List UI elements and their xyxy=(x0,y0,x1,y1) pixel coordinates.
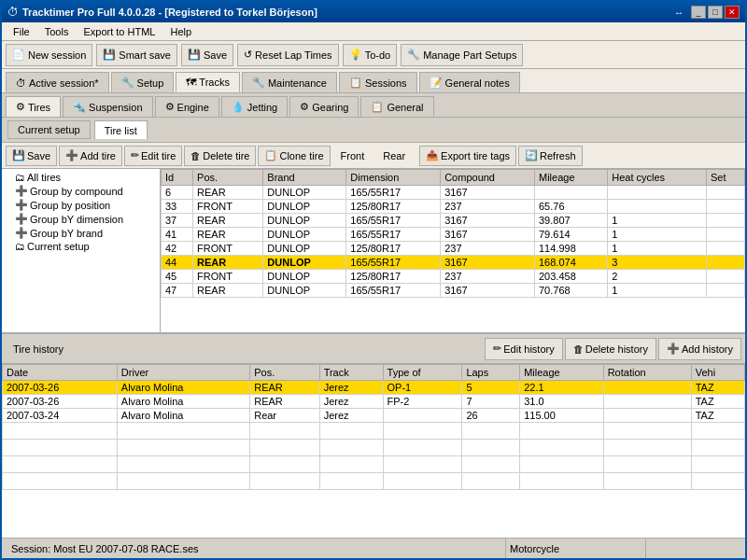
manage-parts-button[interactable]: 🔧 Manage Part Setups xyxy=(401,44,523,66)
subtab-jetting[interactable]: 💧 Jetting xyxy=(221,96,288,117)
edit-history-button[interactable]: ✏ Edit history xyxy=(485,338,562,360)
menu-file[interactable]: File xyxy=(6,24,37,39)
hcol-driver: Driver xyxy=(117,365,249,381)
list-item[interactable]: 2007-03-26Alvaro MolinaREARJerezOP-1522.… xyxy=(3,381,745,395)
subtab-engine[interactable]: ⚙ Engine xyxy=(155,96,219,117)
tab-active-session[interactable]: ⏱ Active session* xyxy=(6,72,109,92)
save-button[interactable]: 💾 Save xyxy=(181,44,233,66)
hcol-pos: Pos. xyxy=(250,365,319,381)
add-history-icon: ➕ xyxy=(667,343,680,355)
maintenance-icon: 🔧 xyxy=(252,77,265,89)
tree-item-group-position[interactable]: ➕ Group by position xyxy=(4,198,158,212)
add-history-button[interactable]: ➕ Add history xyxy=(658,338,741,360)
export-tags-button[interactable]: 📤 Export tire tags xyxy=(419,146,516,166)
subtab-gearing[interactable]: ⚙ Gearing xyxy=(289,96,359,117)
table-row[interactable]: 37REARDUNLOP165/55R17316739.8071 xyxy=(162,214,745,228)
tab-sessions[interactable]: 📋 Sessions xyxy=(339,72,417,92)
clone-tire-icon: 📋 xyxy=(264,149,277,161)
tree-item-all-tires[interactable]: 🗂 All tires xyxy=(4,171,158,184)
list-item[interactable] xyxy=(3,440,745,456)
tab-setup[interactable]: 🔧 Setup xyxy=(111,72,175,92)
sub-tabs: ⚙ Tires 🔩 Suspension ⚙ Engine 💧 Jetting … xyxy=(2,93,745,118)
delete-tire-button[interactable]: 🗑 Delete tire xyxy=(184,146,256,166)
manage-parts-icon: 🔧 xyxy=(407,49,420,61)
new-session-button[interactable]: 📄 New session xyxy=(6,44,92,66)
add-tire-button[interactable]: ➕ Add tire xyxy=(59,146,122,166)
save-label: Save xyxy=(204,49,227,61)
tab-tire-list[interactable]: Tire list xyxy=(94,120,148,139)
minimize-button[interactable]: _ xyxy=(691,6,706,19)
delete-tire-icon: 🗑 xyxy=(190,150,201,161)
subtab-tires[interactable]: ⚙ Tires xyxy=(6,96,61,117)
tracks-icon: 🗺 xyxy=(186,77,196,88)
table-row[interactable]: 6REARDUNLOP165/55R173167 xyxy=(162,186,745,200)
maximize-button[interactable]: □ xyxy=(708,6,723,19)
front-button[interactable]: Front xyxy=(332,146,374,166)
list-item[interactable] xyxy=(3,456,745,473)
reset-lap-button[interactable]: ↺ Reset Lap Times xyxy=(237,44,339,66)
gearing-icon: ⚙ xyxy=(300,101,309,113)
rear-button[interactable]: Rear xyxy=(374,146,414,166)
list-item[interactable]: 2007-03-26Alvaro MolinaREARJerezFP-2731.… xyxy=(3,395,745,409)
tire-save-button[interactable]: 💾 Save xyxy=(6,146,57,166)
tree-item-current-setup[interactable]: 🗂 Current setup xyxy=(4,240,158,253)
todo-label: To-do xyxy=(365,49,391,61)
col-heat-cycles: Heat cycles xyxy=(608,170,707,186)
export-tags-icon: 📤 xyxy=(426,149,439,161)
menu-help[interactable]: Help xyxy=(162,24,199,39)
status-session: Session: Most EU 2007-07-08 RACE.ses xyxy=(7,539,506,558)
tab-general-notes[interactable]: 📝 General notes xyxy=(419,72,520,92)
add-tire-icon: ➕ xyxy=(65,149,78,161)
hcol-mileage: Mileage xyxy=(520,365,603,381)
table-row[interactable]: 45FRONTDUNLOP125/80R17237203.4582 xyxy=(162,270,745,284)
col-id: Id xyxy=(162,170,193,186)
manage-parts-label: Manage Part Setups xyxy=(423,49,516,61)
tab-tracks[interactable]: 🗺 Tracks xyxy=(176,72,240,92)
hcol-vehicle: Vehi xyxy=(691,365,744,381)
smart-save-button[interactable]: 💾 Smart save xyxy=(96,44,177,66)
edit-history-icon: ✏ xyxy=(493,343,501,355)
hcol-date: Date xyxy=(3,365,118,381)
reset-lap-label: Reset Lap Times xyxy=(255,49,332,61)
clone-tire-button[interactable]: 📋 Clone tire xyxy=(258,146,330,166)
close-button[interactable]: ✕ xyxy=(725,6,740,19)
refresh-button[interactable]: 🔄 Refresh xyxy=(518,146,583,166)
table-row[interactable]: 44REARDUNLOP165/55R173167168.0743 xyxy=(162,256,745,270)
save-icon: 💾 xyxy=(188,49,201,61)
table-row[interactable]: 33FRONTDUNLOP125/80R1723765.76 xyxy=(162,200,745,214)
todo-button[interactable]: 💡 To-do xyxy=(343,44,398,66)
group-dimension-icon: ➕ xyxy=(15,213,28,225)
main-tabs: ⏱ Active session* 🔧 Setup 🗺 Tracks 🔧 Mai… xyxy=(2,69,745,93)
sessions-icon: 📋 xyxy=(349,77,362,89)
menu-bar: File Tools Export to HTML Help xyxy=(2,22,745,41)
all-tires-icon: 🗂 xyxy=(15,172,25,183)
col-dimension: Dimension xyxy=(346,170,441,186)
tree-item-group-dimension[interactable]: ➕ Group bY dimension xyxy=(4,212,158,226)
history-section: Tire history ✏ Edit history 🗑 Delete his… xyxy=(2,332,745,538)
list-item[interactable] xyxy=(3,423,745,440)
group-brand-icon: ➕ xyxy=(15,227,28,239)
table-row[interactable]: 41REARDUNLOP165/55R17316779.6141 xyxy=(162,228,745,242)
list-item[interactable]: 2007-03-24Alvaro MolinaRearJerez26115.00… xyxy=(3,409,745,423)
tire-tree-sidebar: 🗂 All tires ➕ Group by compound ➕ Group … xyxy=(2,169,161,332)
tab-maintenance[interactable]: 🔧 Maintenance xyxy=(242,72,337,92)
tires-icon: ⚙ xyxy=(16,101,25,113)
tire-save-icon: 💾 xyxy=(12,149,25,161)
active-session-icon: ⏱ xyxy=(16,77,26,89)
delete-history-button[interactable]: 🗑 Delete history xyxy=(565,338,656,360)
app-icon: ⏱ xyxy=(7,6,19,19)
subtab-suspension[interactable]: 🔩 Suspension xyxy=(63,96,153,117)
smart-save-label: Smart save xyxy=(119,49,171,61)
menu-tools[interactable]: Tools xyxy=(37,24,77,39)
tree-item-group-compound[interactable]: ➕ Group by compound xyxy=(4,184,158,198)
tab-current-setup[interactable]: Current setup xyxy=(7,120,91,139)
app-window: ⏱ Tracktimer Pro Full 4.0.0.28 - [Regist… xyxy=(0,0,747,560)
tree-item-group-brand[interactable]: ➕ Group bY brand xyxy=(4,226,158,240)
table-row[interactable]: 42FRONTDUNLOP125/80R17237114.9981 xyxy=(162,242,745,256)
subtab-general[interactable]: 📋 General xyxy=(360,96,433,117)
edit-tire-button[interactable]: ✏ Edit tire xyxy=(124,146,182,166)
table-row[interactable]: 47REARDUNLOP165/55R17316770.7681 xyxy=(162,284,745,298)
menu-export[interactable]: Export to HTML xyxy=(76,24,162,39)
status-bar: Session: Most EU 2007-07-08 RACE.ses Mot… xyxy=(2,538,745,558)
list-item[interactable] xyxy=(3,473,745,490)
